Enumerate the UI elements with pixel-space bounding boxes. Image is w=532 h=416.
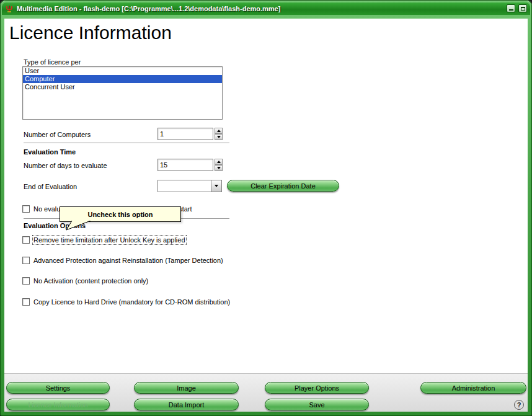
end-of-evaluation-combo[interactable] — [157, 180, 222, 192]
maximize-button[interactable] — [518, 4, 527, 12]
clear-expiration-date-button[interactable]: Clear Expiration Date — [227, 180, 339, 192]
nav-save-button[interactable]: Save — [265, 399, 369, 410]
computers-spin-down-button[interactable] — [215, 134, 223, 140]
list-item-user[interactable]: User — [23, 67, 222, 75]
no-activation-label: No Activation (content protection only) — [33, 277, 148, 285]
help-button[interactable]: ? — [514, 400, 524, 410]
list-item-computer[interactable]: Computer — [23, 75, 222, 83]
number-of-computers-label: Number of Computers — [24, 131, 91, 138]
days-to-evaluate-input[interactable] — [157, 159, 213, 171]
licence-type-listbox[interactable]: User Computer Concurrent User — [22, 66, 223, 120]
minimize-button[interactable] — [507, 4, 515, 12]
days-to-evaluate-field — [157, 159, 223, 171]
nav-administration-button[interactable]: Administration — [420, 382, 526, 394]
number-of-computers-spinner — [215, 128, 223, 140]
page-title: Licence Information — [9, 22, 172, 43]
number-of-computers-field — [157, 128, 223, 140]
arrow-down-icon — [217, 167, 221, 169]
window-title: Multimedia Edition - flash-demo [C:\Prog… — [17, 5, 503, 12]
separator — [24, 143, 229, 143]
app-window: Multimedia Edition - flash-demo [C:\Prog… — [0, 0, 532, 416]
maximize-icon — [521, 7, 525, 11]
remove-time-limitation-label: Remove time limitation after Unlock Key … — [33, 236, 185, 244]
no-evaluation-checkbox[interactable] — [22, 205, 30, 213]
end-of-evaluation-label: End of Evaluation — [24, 183, 77, 190]
advanced-protection-label: Advanced Protection against Reinstallati… — [33, 257, 223, 264]
minimize-icon — [509, 9, 513, 11]
list-item-concurrent-user[interactable]: Concurrent User — [23, 83, 222, 91]
arrow-up-icon — [217, 130, 221, 132]
titlebar[interactable]: Multimedia Edition - flash-demo [C:\Prog… — [2, 2, 530, 15]
end-of-evaluation-input[interactable] — [158, 180, 211, 192]
days-to-evaluate-label: Number of days to evaluate — [24, 162, 107, 169]
arrow-down-icon — [217, 136, 221, 138]
tooltip-text: Uncheck this option — [87, 211, 153, 218]
days-spin-down-button[interactable] — [215, 165, 223, 171]
computers-spin-up-button[interactable] — [215, 128, 223, 134]
nav-licence-information-button[interactable]: Licence Information — [6, 399, 110, 410]
no-activation-checkbox[interactable] — [22, 277, 30, 285]
app-icon — [5, 4, 14, 13]
screen: Multimedia Edition - flash-demo [C:\Prog… — [0, 0, 532, 416]
tooltip: Uncheck this option — [60, 206, 181, 222]
nav-data-import-button[interactable]: Data Import — [134, 399, 239, 410]
nav-settings-button[interactable]: Settings — [6, 382, 110, 394]
copy-licence-row: Copy Licence to Hard Drive (mandatory fo… — [22, 298, 230, 306]
advanced-protection-checkbox[interactable] — [22, 257, 30, 264]
main-content: Licence Information Type of licence per … — [4, 19, 528, 373]
advanced-protection-row: Advanced Protection against Reinstallati… — [22, 256, 223, 265]
end-of-evaluation-dropdown-button[interactable] — [211, 180, 221, 192]
arrow-up-icon — [217, 161, 221, 163]
nav-player-options-button[interactable]: Player Options — [265, 382, 369, 394]
days-to-evaluate-spinner — [215, 159, 223, 171]
remove-time-limitation-row: Remove time limitation after Unlock Key … — [22, 236, 185, 244]
copy-licence-checkbox[interactable] — [22, 298, 30, 306]
chevron-down-icon — [215, 185, 218, 187]
number-of-computers-input[interactable] — [157, 128, 213, 140]
bottom-nav-bar: Settings Image Player Options Administra… — [4, 373, 528, 412]
evaluation-time-heading: Evaluation Time — [24, 148, 76, 156]
remove-time-limitation-checkbox[interactable] — [22, 236, 30, 244]
days-spin-up-button[interactable] — [215, 159, 223, 165]
nav-image-button[interactable]: Image — [134, 382, 239, 394]
copy-licence-label: Copy Licence to Hard Drive (mandatory fo… — [33, 298, 230, 306]
tooltip-tail-icon — [64, 221, 93, 231]
no-activation-row: No Activation (content protection only) — [22, 277, 148, 285]
licence-type-label: Type of licence per — [24, 58, 81, 66]
